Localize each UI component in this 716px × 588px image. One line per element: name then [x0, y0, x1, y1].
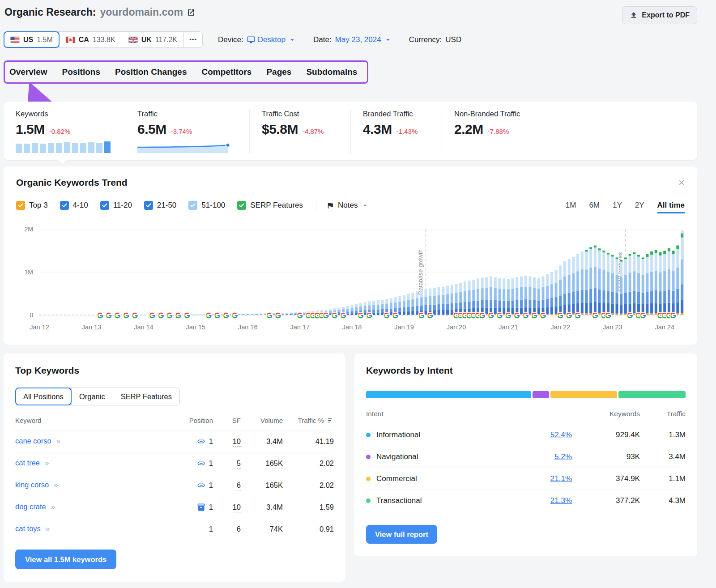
position-cell: 1: [197, 437, 213, 446]
legend-top-3[interactable]: Top 3: [16, 201, 48, 210]
expand-chevrons-icon[interactable]: »: [51, 503, 55, 511]
expand-chevrons-icon[interactable]: »: [45, 459, 49, 467]
intent-name-cell: Informational: [366, 430, 522, 439]
country-tab-uk[interactable]: UK117.2K: [122, 32, 184, 47]
country-code: UK: [141, 36, 152, 44]
metric-value: 1.5M: [16, 122, 45, 137]
country-tab-ca[interactable]: CA133.8K: [60, 32, 122, 47]
checkbox-51-100[interactable]: [188, 201, 197, 210]
keyword-link[interactable]: cane corso: [15, 437, 51, 445]
metric-traffic-cost[interactable]: Traffic Cost$5.8M-4.87%: [250, 110, 351, 153]
intent-traffic-value: 1.1M: [669, 474, 686, 483]
date-selector[interactable]: May 23, 2024: [335, 35, 392, 44]
metric-keywords[interactable]: Keywords1.5M-0.82%: [4, 110, 125, 153]
metric-value: 2.2M: [454, 122, 483, 137]
legend-4-10[interactable]: 4-10: [60, 201, 88, 210]
more-countries-button[interactable]: •••: [184, 32, 202, 47]
link-icon[interactable]: [197, 459, 205, 468]
serp-feature-icon[interactable]: [197, 503, 205, 511]
metric-non-branded-traffic[interactable]: Non-Branded Traffic2.2M-7.88%: [442, 110, 697, 153]
link-icon[interactable]: [197, 437, 205, 446]
expand-chevrons-icon[interactable]: »: [56, 437, 60, 445]
legend-21-50[interactable]: 21-50: [144, 201, 176, 210]
analyzed-domain: yourdomain.com: [100, 6, 183, 18]
checkbox-serp-features[interactable]: [237, 201, 246, 210]
keywords-by-intent-panel: Keywords by Intent IntentKeywordsTraffic…: [354, 354, 697, 556]
trend-panel-title: Organic Keywords Trend: [16, 177, 128, 188]
expand-chevrons-icon[interactable]: »: [46, 524, 50, 533]
checkbox-top-3[interactable]: [16, 201, 25, 210]
intent-table: IntentKeywordsTraffic Informational52.4%…: [366, 410, 686, 511]
close-icon[interactable]: ×: [678, 177, 685, 188]
checkbox-11-20[interactable]: [100, 201, 109, 210]
tk-tab-organic[interactable]: Organic: [72, 388, 113, 405]
intent-percent-link[interactable]: 21.3%: [550, 496, 572, 505]
keyword-link[interactable]: king corso: [15, 481, 49, 489]
country-tab-us[interactable]: US1.5M: [4, 32, 60, 47]
intent-percent-link[interactable]: 52.4%: [550, 430, 572, 439]
keywords-sparkline: [16, 141, 113, 153]
sort-icon[interactable]: [327, 417, 334, 424]
position-cell: 1: [197, 481, 213, 490]
range-1m[interactable]: 1M: [566, 201, 576, 210]
sf-value: 6: [237, 481, 241, 490]
svg-text:Jan 18: Jan 18: [342, 324, 362, 331]
notes-dropdown[interactable]: Notes: [326, 201, 369, 210]
intent-keywords-value: 93K: [626, 452, 640, 461]
currency-value[interactable]: USD: [445, 35, 461, 44]
expand-chevrons-icon[interactable]: »: [54, 481, 58, 489]
sf-cell[interactable]: 5: [237, 459, 241, 468]
intent-percent-link[interactable]: 5.2%: [554, 452, 572, 461]
range-2y[interactable]: 2Y: [635, 201, 644, 210]
range-all-time[interactable]: All time: [657, 201, 685, 213]
checkbox-21-50[interactable]: [144, 201, 153, 210]
keyword-link[interactable]: cat tree: [15, 459, 40, 467]
link-icon[interactable]: [197, 481, 205, 490]
sf-cell[interactable]: 10: [233, 437, 241, 446]
date-filter: Date: May 23, 2024: [313, 35, 392, 44]
tk-tab-serp-features[interactable]: SERP Features: [113, 388, 179, 405]
legend-label: Top 3: [29, 201, 48, 210]
nav-tab-pages[interactable]: Pages: [266, 67, 291, 77]
legend-51-100[interactable]: 51-100: [188, 201, 225, 210]
sf-cell[interactable]: 6: [237, 481, 241, 490]
keyword-link[interactable]: dog crate: [15, 503, 46, 511]
intent-percent-link[interactable]: 21.1%: [550, 474, 572, 483]
legend-11-20[interactable]: 11-20: [100, 201, 132, 210]
external-link-icon[interactable]: [187, 9, 195, 17]
metric-branded-traffic[interactable]: Branded Traffic4.3M-1.43%: [351, 110, 442, 153]
sf-cell[interactable]: 10: [233, 503, 241, 511]
monitor-icon: [247, 36, 255, 44]
nav-tab-subdomains[interactable]: Subdomains: [306, 67, 357, 77]
traffic-sparkline-svg: [137, 141, 232, 153]
sf-cell[interactable]: 6: [237, 525, 241, 533]
view-all-keywords-button[interactable]: View all 1.5M keywords: [15, 550, 116, 569]
legend-label: 51-100: [201, 201, 225, 210]
nav-tab-position-changes[interactable]: Position Changes: [115, 67, 187, 77]
trend-chart-area[interactable]: 01M2MDatabase growthSERP featuresJan 12J…: [16, 219, 685, 335]
keyword-link[interactable]: cat toys: [15, 524, 41, 533]
range-6m[interactable]: 6M: [589, 201, 600, 210]
export-to-pdf-button[interactable]: Export to PDF: [622, 6, 697, 24]
legend-serp-features[interactable]: SERP Features: [237, 201, 303, 210]
intent-row: Transactional21.3%377.2K4.3M: [366, 490, 686, 511]
nav-tab-competitors[interactable]: Competitors: [201, 67, 251, 77]
column-header-intent: Intent: [366, 410, 522, 418]
intent-keywords-value: 377.2K: [616, 496, 640, 505]
divider: [316, 200, 316, 211]
metric-label: Keywords: [16, 110, 113, 118]
range-1y[interactable]: 1Y: [613, 201, 622, 210]
nav-tab-positions[interactable]: Positions: [62, 67, 101, 77]
country-value: 133.8K: [93, 36, 115, 44]
tk-tab-all-positions[interactable]: All Positions: [16, 388, 72, 405]
top-keywords-panel: Top Keywords All PositionsOrganicSERP Fe…: [4, 354, 345, 582]
nav-tab-overview[interactable]: Overview: [9, 67, 47, 77]
page-title: Organic Research: yourdomain.com: [4, 6, 195, 18]
device-selector[interactable]: Desktop: [247, 35, 296, 44]
metric-traffic[interactable]: Traffic6.5M-3.74%: [125, 110, 250, 153]
view-full-report-button[interactable]: View full report: [366, 525, 437, 544]
table-row: cane corso»1103.4M41.19: [15, 430, 334, 452]
check-icon: [190, 202, 196, 209]
checkbox-4-10[interactable]: [60, 201, 69, 210]
column-header-volume: Volume: [260, 417, 283, 424]
